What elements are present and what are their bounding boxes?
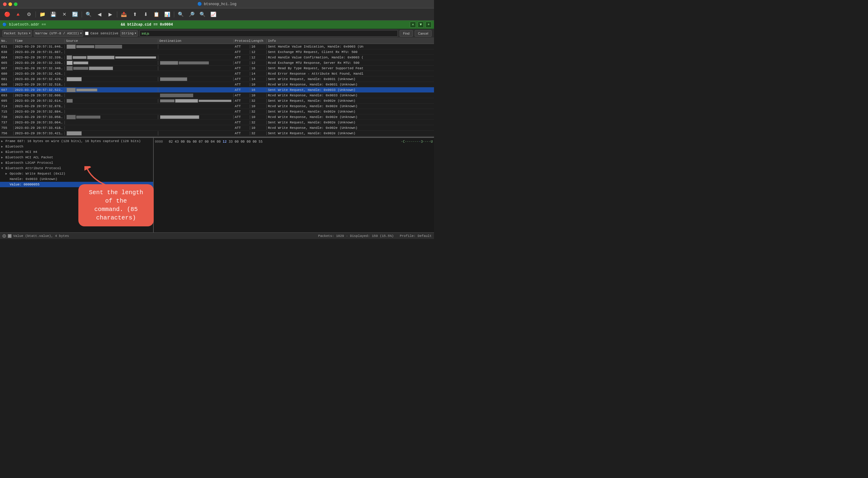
packet-row[interactable]: 681 2023-03-29 20:57:32.429422 ATT 14 Se… xyxy=(0,76,434,82)
search-type-dropdown[interactable]: Packet bytes ▼ xyxy=(2,30,32,37)
filter-action-plus[interactable]: + xyxy=(426,22,432,28)
toolbar-btn-stop[interactable]: 🔴 xyxy=(2,10,12,19)
find-button[interactable]: Find xyxy=(400,30,412,37)
close-button[interactable] xyxy=(3,2,7,6)
window-title: 🔵 btsnoop_hci.log xyxy=(197,2,236,6)
toolbar-btn-save[interactable]: 💾 xyxy=(49,10,58,19)
status-bar: ✓ Value (btatt.value), 4 bytes Packets: … xyxy=(0,232,434,239)
toolbar-btn-export[interactable]: 📤 xyxy=(119,10,129,19)
packet-row[interactable]: 756 2023-03-29 20:57:33.421552 ATT 32 Se… xyxy=(0,131,434,136)
toolbar-btn-back[interactable]: ◀ xyxy=(95,10,104,19)
toolbar-btn-graph[interactable]: 📊 xyxy=(162,10,172,19)
packet-list[interactable]: No. Time Source Destination Protocol Len… xyxy=(0,38,434,137)
detail-text: Bluetooth xyxy=(5,145,23,148)
cell-no: 680 xyxy=(0,72,13,75)
detail-item[interactable]: ▼ Bluetooth Attribute Protocol xyxy=(0,166,153,171)
filter-right-text: && btl2cap.cid == 0x0004 xyxy=(121,23,173,27)
cell-source xyxy=(65,61,158,65)
packet-row[interactable]: 755 2023-03-29 20:57:33.418322 ATT 10 Rc… xyxy=(0,125,434,131)
cell-time: 2023-03-29 20:57:32.884968 xyxy=(13,110,65,113)
detail-item[interactable]: ▶ Bluetooth L2CAP Protocol xyxy=(0,160,153,166)
toolbar-btn-reload[interactable]: 🔄 xyxy=(70,10,80,19)
detail-text: Bluetooth Attribute Protocol xyxy=(5,166,61,170)
case-sensitive-checkbox[interactable] xyxy=(85,32,89,35)
toolbar-btn-find[interactable]: 🔍 xyxy=(84,10,93,19)
packet-row[interactable]: 737 2023-03-29 20:57:33.064478 ATT 32 Se… xyxy=(0,120,434,125)
detail-item[interactable]: Handle: 0x0033 (Unknown) xyxy=(0,176,153,182)
cell-length: 10 xyxy=(250,83,267,87)
detail-item[interactable]: ▶ Bluetooth xyxy=(0,144,153,149)
toolbar-btn-start[interactable]: 🔺 xyxy=(13,10,23,19)
cell-dest xyxy=(158,61,234,65)
detail-item[interactable]: ▶ Bluetooth HCI H4 xyxy=(0,149,153,155)
window-controls[interactable] xyxy=(3,2,18,6)
packet-rows-container: 631 2023-03-29 20:57:31.846382 ATT 16 Se… xyxy=(0,44,434,136)
cell-time: 2023-03-29 20:57:32.522430 xyxy=(13,88,65,92)
cell-proto: ATT xyxy=(234,126,250,130)
detail-item[interactable]: Value: 00000055 xyxy=(0,182,153,187)
cell-time: 2023-03-29 20:57:32.608808 xyxy=(13,94,65,97)
packet-row[interactable]: 680 2023-03-29 20:57:32.428583 ATT 14 Rc… xyxy=(0,71,434,76)
packet-row[interactable]: 687 2023-03-29 20:57:32.522430 ATT 16 Se… xyxy=(0,87,434,93)
toolbar-btn-open[interactable]: 📁 xyxy=(38,10,47,19)
search-input[interactable] xyxy=(140,30,398,37)
toolbar-btn-zoom-out[interactable]: 🔍 xyxy=(176,10,186,19)
packet-row[interactable]: 667 2023-03-29 20:57:32.340757 ATT 16 Se… xyxy=(0,66,434,71)
cell-info: Rcvd Write Response, Handle: 0x002e (Unk… xyxy=(267,115,434,119)
toolbar-btn-down[interactable]: ⬇ xyxy=(141,10,150,19)
packet-row[interactable]: 664 2023-03-29 20:57:32.339135 ATT 12 Rc… xyxy=(0,55,434,60)
search-mode-dropdown[interactable]: String ▼ xyxy=(120,30,138,37)
packet-row[interactable]: 714 2023-03-29 20:57:32.878727 ATT 10 Rc… xyxy=(0,104,434,109)
cell-no: 730 xyxy=(0,115,13,119)
packet-row[interactable]: 715 2023-03-29 20:57:32.884968 ATT 32 Se… xyxy=(0,109,434,114)
cell-proto: ATT xyxy=(234,94,250,97)
packet-row[interactable]: 665 2023-03-29 20:57:32.339751 ATT 12 Rc… xyxy=(0,60,434,66)
packet-row[interactable]: 638 2023-03-29 20:57:31.887194 ATT 12 Se… xyxy=(0,49,434,55)
toolbar-btn-close[interactable]: ✕ xyxy=(59,10,69,19)
toolbar-btn-list[interactable]: 📋 xyxy=(152,10,161,19)
maximize-button[interactable] xyxy=(14,2,18,6)
packet-row[interactable]: 695 2023-03-29 20:57:32.614125 ATT 32 Se… xyxy=(0,98,434,104)
cell-no: 681 xyxy=(0,77,13,81)
hex-offset: 0000 xyxy=(155,140,166,144)
cell-info: Sent Write Request, Handle: 0x002e (Unkn… xyxy=(267,110,434,113)
toolbar-btn-zoom-normal[interactable]: 🔎 xyxy=(187,10,196,19)
cell-proto: ATT xyxy=(234,50,250,54)
cell-no: 693 xyxy=(0,94,13,97)
cell-time: 2023-03-29 20:57:31.887194 xyxy=(13,50,65,54)
packet-row[interactable]: 631 2023-03-29 20:57:31.846382 ATT 16 Se… xyxy=(0,44,434,49)
filter-action-arrow[interactable]: ▼ xyxy=(418,22,424,28)
toolbar-btn-zoom-in[interactable]: 🔍 xyxy=(198,10,207,19)
filter-action-x[interactable]: ✕ xyxy=(410,22,416,28)
cancel-button[interactable]: Cancel xyxy=(415,30,432,37)
detail-text: Value: 00000055 xyxy=(10,183,39,186)
minimize-button[interactable] xyxy=(8,2,12,6)
cell-source xyxy=(65,88,158,92)
packet-row[interactable]: 730 2023-03-29 20:57:33.058503 ATT 10 Rc… xyxy=(0,114,434,120)
cell-time: 2023-03-29 20:57:32.878727 xyxy=(13,104,65,108)
toolbar-btn-settings[interactable]: ⚙ xyxy=(24,10,34,19)
cell-info: Sent Read By Type Request, Server Suppor… xyxy=(267,67,434,70)
cell-proto: ATT xyxy=(234,83,250,87)
toolbar-btn-up[interactable]: ⬆ xyxy=(130,10,140,19)
detail-item[interactable]: ▶ Frame 687: 16 bytes on wire (128 bits)… xyxy=(0,138,153,144)
encoding-dropdown[interactable]: Narrow (UTF-8 / ASCII) ▼ xyxy=(34,30,83,37)
cell-length: 14 xyxy=(250,72,267,75)
cell-proto: ATT xyxy=(234,67,250,70)
separator-2 xyxy=(82,11,82,18)
packet-row[interactable]: 693 2023-03-29 20:57:32.608808 ATT 10 Rc… xyxy=(0,93,434,98)
detail-item[interactable]: ▶ Bluetooth HCI ACL Packet xyxy=(0,155,153,160)
cell-proto: ATT xyxy=(234,88,250,92)
case-sensitive-label: Case sensitive xyxy=(90,32,118,35)
toolbar-btn-forward[interactable]: ▶ xyxy=(105,10,115,19)
detail-item[interactable]: ▶ Opcode: Write Request (0x12) xyxy=(0,171,153,176)
cell-info: Sent Write Request, Handle: 0x002e (Unkn… xyxy=(267,121,434,124)
detail-panel[interactable]: ▶ Frame 687: 16 bytes on wire (128 bits)… xyxy=(0,138,154,232)
toolbar-btn-stats[interactable]: 📈 xyxy=(209,10,218,19)
cell-time: 2023-03-29 20:57:32.518386 xyxy=(13,83,65,87)
cell-info: Rcvd Error Response - Attribute Not Foun… xyxy=(267,72,434,75)
cell-no: 714 xyxy=(0,104,13,108)
packet-row[interactable]: 686 2023-03-29 20:57:32.518386 ATT 10 Rc… xyxy=(0,82,434,87)
status-packets-text: Packets: 1029 · Displayed: 159 (15.5%) xyxy=(318,234,394,238)
bottom-panel: ▶ Frame 687: 16 bytes on wire (128 bits)… xyxy=(0,137,434,232)
